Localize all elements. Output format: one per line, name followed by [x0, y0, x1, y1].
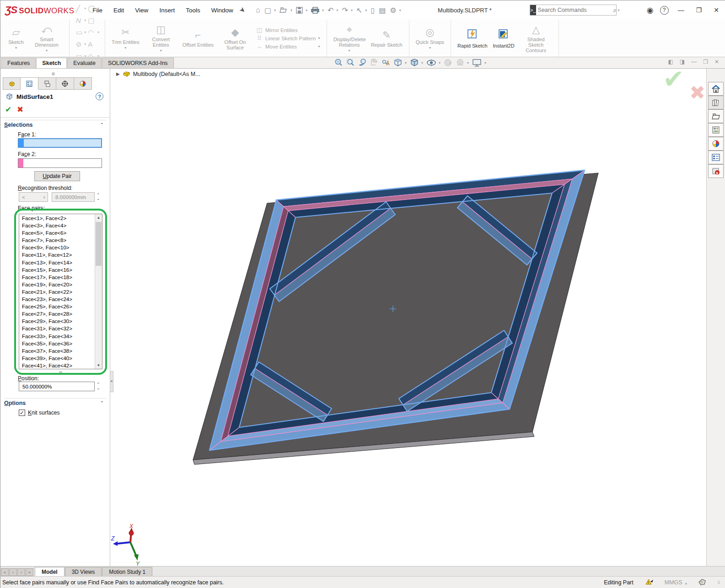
display-delete-relations-button[interactable]: ⌖ Display/Delete Relations ▾ — [331, 22, 368, 54]
resize-grip[interactable]: ⠿ — [717, 580, 721, 585]
face2-input[interactable] — [23, 159, 102, 167]
sketch-button[interactable]: ▱ Sketch ▾ — [4, 25, 28, 52]
tab-model[interactable]: Model — [35, 567, 64, 576]
face-pair-item[interactable]: Face<7>, Face<8> — [19, 237, 95, 244]
apply-scene-dropdown-icon[interactable]: ▾ — [467, 61, 469, 65]
list-splitter-dot[interactable] — [59, 371, 62, 374]
view-settings-dropdown-icon[interactable]: ▾ — [484, 61, 486, 65]
design-library-button[interactable] — [708, 96, 724, 109]
tab-3d-views[interactable]: 3D Views — [65, 567, 102, 576]
view-annotations-icon[interactable] — [381, 58, 391, 68]
smart-dimension-dropdown-icon[interactable]: ▾ — [46, 49, 48, 53]
options-gear-icon[interactable]: ⚙ — [388, 5, 397, 16]
menu-item[interactable]: Insert — [154, 4, 180, 16]
graphics-viewport[interactable]: ▶ Multibody (Default<As M... ✔ ✖ Z X Y — [110, 69, 706, 566]
move-entities-dropdown-icon[interactable]: ▾ — [318, 44, 320, 49]
face-pair-item[interactable]: Face<9>, Face<10> — [19, 244, 95, 251]
next-document-icon[interactable]: ◨ — [680, 59, 685, 65]
face-pair-item[interactable]: Face<19>, Face<20> — [19, 281, 95, 288]
face-pair-item[interactable]: Face<1>, Face<2> — [19, 215, 95, 222]
home-icon[interactable]: ⌂ — [254, 5, 262, 15]
instant2d-button[interactable]: Instant2D — [490, 27, 517, 50]
sketch-dropdown-icon[interactable]: ▾ — [15, 46, 17, 50]
selections-header[interactable]: Selections ⌃ — [4, 120, 107, 129]
tree-root-label[interactable]: Multibody (Default<As M... — [133, 71, 200, 77]
recognition-operator-dropdown[interactable]: < ∨ — [19, 192, 48, 202]
propertymanager-tab[interactable] — [21, 77, 38, 90]
recognition-spinner[interactable]: ⌃⌄ — [97, 193, 100, 200]
undo-dropdown-icon[interactable]: ▾ — [337, 8, 338, 12]
panel-resize-grip[interactable] — [110, 371, 113, 392]
save-icon[interactable] — [295, 6, 304, 15]
pm-cancel-icon[interactable]: ✖ — [17, 105, 23, 114]
face-pair-item[interactable]: Face<25>, Face<26> — [19, 303, 95, 310]
face-pair-item[interactable]: Face<13>, Face<14> — [19, 259, 95, 266]
collapse-chevron-icon[interactable]: ⌃ — [100, 122, 104, 127]
redo-icon[interactable]: ↷ — [341, 5, 349, 16]
restore-button[interactable]: ❐ — [693, 6, 705, 14]
face-pair-item[interactable]: Face<31>, Face<32> — [19, 325, 95, 332]
tag-icon[interactable] — [698, 578, 706, 587]
dimxpertmanager-tab[interactable] — [56, 77, 74, 90]
display-style-dropdown-icon[interactable]: ▾ — [421, 61, 423, 65]
trim-entities-button[interactable]: ✂ Trim Entities ▾ — [109, 25, 142, 52]
ellipse-icon[interactable]: ⊘ — [75, 40, 83, 49]
face-pair-item[interactable]: Face<41>, Face<42> — [19, 362, 95, 369]
nav-next-button[interactable]: › — [17, 568, 25, 576]
rectangle-dropdown-icon[interactable]: ▾ — [84, 30, 86, 34]
save-dropdown-icon[interactable]: ▾ — [306, 8, 307, 12]
featuremanager-tab[interactable] — [3, 77, 21, 90]
trim-dropdown-icon[interactable]: ▾ — [124, 46, 126, 50]
line-icon[interactable]: ╱ — [75, 5, 83, 13]
scroll-up-icon[interactable]: ▲ — [95, 214, 102, 221]
offset-entities-button[interactable]: ⌐ Offset Entities — [180, 27, 216, 49]
displaymanager-tab[interactable] — [74, 77, 92, 90]
face-pairs-scrollbar[interactable]: ▲ ▼ — [95, 214, 102, 369]
minimize-button[interactable]: — — [675, 6, 687, 14]
print-dropdown-icon[interactable]: ▾ — [322, 8, 324, 12]
linear-sketch-pattern-button[interactable]: ⠿ Linear Sketch Pattern ▾ — [256, 35, 321, 42]
offset-on-surface-button[interactable]: ◆ Offset On Surface — [216, 25, 254, 52]
pin-menu-icon[interactable]: ➤ — [237, 5, 247, 15]
ellipse-dropdown-icon[interactable]: ▾ — [84, 42, 86, 46]
hide-show-dropdown-icon[interactable]: ▾ — [439, 61, 440, 65]
tab-sketch[interactable]: Sketch — [36, 58, 67, 68]
face-pair-item[interactable]: Face<5>, Face<6> — [19, 229, 95, 237]
face-pairs-list[interactable]: Face<1>, Face<2>Face<3>, Face<4>Face<5>,… — [19, 214, 102, 369]
menu-item[interactable]: Edit — [108, 4, 129, 16]
spline-dropdown-icon[interactable]: ▾ — [84, 18, 86, 22]
search-icon[interactable]: ⌕ — [613, 6, 617, 14]
position-input[interactable]: 50.000000% — [19, 382, 95, 391]
face-pair-item[interactable]: Face<15>, Face<16> — [19, 266, 95, 274]
pm-ok-icon[interactable]: ✔ — [5, 105, 11, 114]
arc-icon[interactable]: ◠ — [87, 28, 97, 37]
face-pair-item[interactable]: Face<29>, Face<30> — [19, 318, 95, 325]
menu-item[interactable]: Tools — [180, 4, 206, 16]
open-dropdown-icon[interactable]: ▾ — [290, 8, 292, 12]
appearances-scenes-button[interactable] — [708, 137, 724, 151]
convert-dropdown-icon[interactable]: ▾ — [160, 49, 162, 53]
section-view-icon[interactable] — [369, 58, 379, 68]
doc-minimize-icon[interactable]: — — [691, 59, 697, 65]
rectangle-icon[interactable]: ▭ — [75, 28, 83, 37]
options-dropdown-icon[interactable]: ▾ — [399, 8, 401, 12]
solidworks-forum-button[interactable]: $ — [708, 164, 724, 178]
display-style-icon[interactable] — [409, 58, 419, 68]
new-dropdown-icon[interactable]: ▾ — [274, 8, 276, 12]
close-button[interactable]: ✕ — [711, 6, 722, 14]
nav-prev-button[interactable]: ‹ — [9, 568, 17, 576]
line-dropdown-icon[interactable]: ▾ — [84, 6, 86, 11]
new-document-icon[interactable]: ▢ — [263, 5, 273, 16]
units-selector[interactable]: MMGS▴ — [665, 579, 687, 586]
face-pair-item[interactable]: Face<17>, Face<18> — [19, 274, 95, 281]
recognition-value-field[interactable]: 8.000000mm — [52, 192, 95, 202]
scroll-down-icon[interactable]: ▼ — [95, 362, 102, 369]
face-pair-item[interactable]: Face<35>, Face<36> — [19, 340, 95, 347]
select-cursor-icon[interactable]: ↖ — [355, 5, 364, 16]
redo-dropdown-icon[interactable]: ▾ — [351, 8, 353, 12]
doc-close-icon[interactable]: ✕ — [714, 59, 719, 65]
circle-dropdown-icon[interactable]: ▾ — [97, 6, 99, 11]
face-pair-item[interactable]: Face<33>, Face<34> — [19, 333, 95, 340]
face-pair-item[interactable]: Face<21>, Face<22> — [19, 288, 95, 296]
model-3d-view[interactable] — [110, 69, 706, 566]
